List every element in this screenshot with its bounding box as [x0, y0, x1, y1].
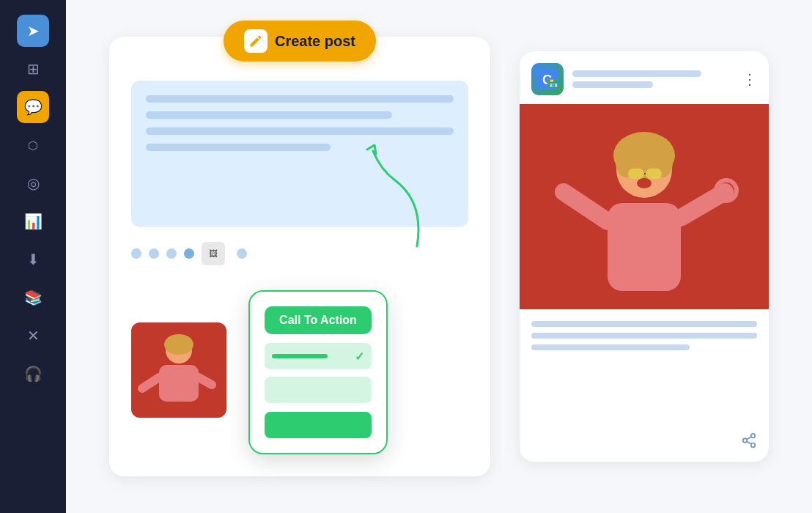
cta-card: Call To Action ✓	[248, 290, 388, 454]
network-icon: ⬡	[28, 139, 38, 152]
posts-icon: 💬	[24, 98, 43, 116]
support-icon: 🎧	[24, 365, 43, 383]
svg-rect-3	[159, 365, 199, 402]
dashboard-icon: ⊞	[27, 60, 40, 78]
svg-rect-16	[646, 169, 662, 179]
svg-rect-19	[608, 203, 681, 291]
svg-line-27	[747, 437, 751, 440]
sidebar-item-library[interactable]: 📚	[17, 281, 49, 314]
google-post-card: G 🏪 ⋮	[520, 51, 769, 462]
post-header: G 🏪 ⋮	[520, 51, 769, 104]
sidebar-item-download[interactable]: ⬇	[17, 243, 49, 276]
svg-point-2	[164, 334, 193, 355]
create-post-button[interactable]: Create post	[224, 21, 376, 62]
body-line-2	[531, 333, 757, 339]
post-image	[520, 104, 769, 309]
download-icon: ⬇	[27, 251, 40, 268]
dot-4	[184, 248, 194, 259]
body-line-3	[531, 344, 690, 350]
text-line-3	[146, 128, 454, 135]
svg-line-26	[747, 441, 751, 444]
body-line-1	[531, 321, 757, 327]
svg-rect-15	[628, 169, 644, 179]
svg-point-25	[751, 443, 756, 448]
sidebar-item-analytics[interactable]: 📊	[17, 205, 49, 237]
more-options-icon[interactable]: ⋮	[742, 70, 757, 88]
create-post-label: Create post	[275, 33, 355, 50]
post-footer	[520, 424, 769, 462]
sidebar-item-support[interactable]: 🎧	[17, 358, 49, 390]
sidebar-item-posts[interactable]: 💬	[17, 91, 49, 123]
svg-point-24	[743, 438, 748, 443]
cta-field-bar	[272, 354, 328, 358]
google-business-icon: G 🏪	[531, 63, 564, 95]
cta-check-icon: ✓	[355, 350, 364, 363]
photo-thumbnail	[131, 322, 226, 418]
post-body	[520, 309, 769, 424]
sidebar-item-network[interactable]: ⬡	[17, 129, 49, 161]
text-line-2	[146, 111, 392, 119]
arrow-indicator	[358, 144, 454, 256]
dot-2	[149, 248, 159, 259]
author-name-line	[572, 70, 701, 77]
target-icon: ◎	[27, 174, 40, 192]
sidebar: ➤ ⊞ 💬 ⬡ ◎ 📊 ⬇ 📚 ✕ 🎧	[0, 0, 66, 513]
dot-3	[166, 248, 177, 259]
create-post-icon	[244, 29, 267, 53]
cta-input-field[interactable]	[265, 377, 372, 403]
create-post-card: Create post 🖼	[109, 37, 490, 476]
cta-title: Call To Action	[265, 306, 372, 334]
cta-submit-button[interactable]	[265, 412, 372, 438]
sidebar-item-dashboard[interactable]: ⊞	[17, 53, 49, 85]
settings-icon: ✕	[27, 327, 40, 344]
dot-5	[237, 248, 247, 259]
svg-text:🏪: 🏪	[549, 78, 558, 88]
library-icon: 📚	[24, 289, 43, 306]
post-author-info	[572, 70, 734, 88]
svg-point-18	[637, 178, 652, 188]
toggle-icon: 🖼	[209, 248, 218, 259]
text-line-1	[146, 95, 454, 103]
analytics-icon: 📊	[24, 213, 43, 230]
text-line-4	[146, 144, 331, 151]
sidebar-item-send[interactable]: ➤	[17, 15, 49, 47]
send-icon: ➤	[27, 22, 40, 40]
sidebar-item-settings[interactable]: ✕	[17, 320, 49, 352]
author-sub-line	[572, 81, 653, 88]
main-content: Create post 🖼	[66, 0, 812, 513]
share-icon[interactable]	[741, 432, 757, 453]
cta-dropdown[interactable]: ✓	[265, 343, 372, 369]
media-toggle[interactable]: 🖼	[202, 242, 225, 265]
dot-1	[131, 248, 141, 259]
sidebar-item-target[interactable]: ◎	[17, 167, 49, 199]
svg-point-23	[751, 434, 756, 438]
